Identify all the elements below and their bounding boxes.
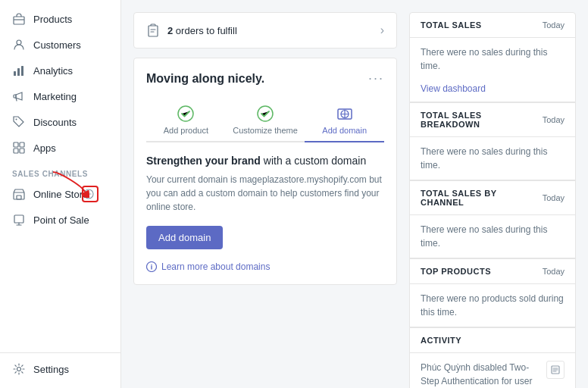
svg-rect-16 [149, 26, 158, 36]
main-content: 2 orders to fulfill › Moving along nicel… [121, 0, 588, 388]
box-icon [12, 12, 26, 26]
domain-title-normal: with a custom domain [261, 155, 366, 167]
sidebar-item-marketing[interactable]: Marketing [0, 83, 120, 109]
card-header: Moving along nicely. ··· [146, 70, 384, 86]
svg-point-15 [17, 368, 21, 371]
sidebar-item-analytics[interactable]: Analytics [0, 58, 120, 83]
domain-title-bold: Strengthen your brand [146, 155, 261, 167]
sidebar-item-products-label: Products [33, 14, 72, 25]
tag-icon [12, 115, 26, 129]
activity-title: ACTIVITY [421, 336, 461, 345]
svg-rect-6 [14, 142, 18, 147]
svg-rect-7 [20, 142, 24, 147]
sales-by-channel-title: TOTAL SALES BY CHANNEL [421, 189, 543, 207]
learn-more-label: Learn more about domains [161, 261, 270, 272]
top-products-badge: Today [543, 267, 565, 276]
sidebar-item-online-store-label: Online Store [33, 189, 88, 200]
sidebar-item-analytics-label: Analytics [33, 65, 73, 77]
sidebar-item-products[interactable]: Products [0, 6, 120, 32]
total-sales-badge: Today [543, 20, 565, 30]
sidebar-item-online-store[interactable]: Online Store [0, 181, 120, 207]
card-title: Moving along nicely. [146, 72, 264, 86]
person-icon [12, 38, 26, 52]
sidebar-item-settings[interactable]: Settings [0, 356, 120, 382]
top-products-title: TOP PRODUCTS [421, 267, 491, 276]
sidebar-item-apps-label: Apps [33, 142, 56, 154]
center-panel: 2 orders to fulfill › Moving along nicel… [133, 12, 397, 376]
step-add-domain-label: Add domain [322, 126, 367, 135]
step-add-product-label: Add product [164, 126, 208, 135]
total-sales-body: There were no sales during this time. [410, 38, 575, 80]
add-domain-button[interactable]: Add domain [146, 226, 223, 249]
steps-tabs: Add product Customize theme Add domain [146, 99, 384, 142]
step-add-product[interactable]: Add product [146, 99, 226, 142]
svg-point-5 [16, 119, 17, 120]
info-icon [146, 261, 157, 272]
svg-rect-9 [20, 149, 24, 153]
step-customize-theme-label: Customize theme [233, 126, 298, 135]
sidebar-item-discounts-label: Discounts [33, 117, 77, 128]
domain-content: Strengthen your brand with a custom doma… [146, 155, 384, 272]
gear-icon [12, 362, 26, 376]
learn-more-link[interactable]: Learn more about domains [146, 261, 384, 272]
svg-rect-2 [14, 71, 16, 76]
domain-title: Strengthen your brand with a custom doma… [146, 155, 384, 167]
grid-icon [12, 141, 26, 155]
sidebar-item-pos-label: Point of Sale [33, 214, 89, 226]
orders-count: 2 [167, 25, 173, 36]
right-panel: TOTAL SALES Today There were no sales du… [409, 12, 576, 376]
getting-started-card: Moving along nicely. ··· Add product [133, 58, 397, 285]
activity-section: ACTIVITY Phúc Quỳnh disabled Two-Step Au… [409, 327, 576, 388]
sales-channels-label: SALES CHANNELS [0, 161, 120, 181]
sidebar-item-customers-label: Customers [33, 39, 81, 51]
total-sales-title: TOTAL SALES [421, 20, 482, 30]
total-sales-section: TOTAL SALES Today There were no sales du… [409, 12, 576, 102]
sidebar-item-customers[interactable]: Customers [0, 32, 120, 58]
activity-item: Phúc Quỳnh disabled Two-Step Authenticat… [410, 353, 575, 388]
domain-description: Your current domain is mageplazastore.my… [146, 173, 384, 214]
megaphone-icon [12, 89, 26, 103]
activity-icon [546, 361, 565, 379]
sidebar-item-discounts[interactable]: Discounts [0, 109, 120, 135]
sales-breakdown-title: TOTAL SALES BREAKDOWN [421, 111, 543, 129]
sidebar: Products Customers Analytics Marketing D… [0, 0, 121, 388]
sidebar-item-settings-label: Settings [33, 364, 69, 375]
step-customize-theme[interactable]: Customize theme [226, 99, 305, 142]
step-active-icon [336, 105, 354, 123]
sales-by-channel-section: TOTAL SALES BY CHANNEL Today There were … [409, 180, 576, 258]
sales-by-channel-badge: Today [543, 193, 565, 202]
sales-by-channel-body: There were no sales during this time. [410, 215, 575, 258]
card-menu-button[interactable]: ··· [368, 70, 384, 86]
step-add-domain[interactable]: Add domain [305, 99, 384, 142]
svg-rect-11 [17, 196, 21, 199]
svg-point-22 [151, 264, 152, 265]
sidebar-item-point-of-sale[interactable]: Point of Sale [0, 207, 120, 233]
clipboard-icon [146, 23, 160, 37]
svg-rect-0 [14, 17, 24, 24]
store-icon [12, 187, 26, 201]
view-dashboard-link[interactable]: View dashboard [410, 80, 575, 102]
bar-chart-icon [12, 64, 26, 77]
sales-breakdown-body: There were no sales during this time. [410, 137, 575, 180]
orders-card-chevron: › [380, 23, 384, 37]
sales-breakdown-section: TOTAL SALES BREAKDOWN Today There were n… [409, 102, 576, 180]
sidebar-item-apps[interactable]: Apps [0, 135, 120, 161]
add-sales-channel-icon[interactable] [82, 187, 95, 201]
orders-card[interactable]: 2 orders to fulfill › [133, 12, 397, 48]
step-done-icon-1 [177, 105, 195, 123]
activity-body: Phúc Quỳnh disabled Two-Step Authenticat… [421, 361, 540, 388]
pos-icon [12, 213, 26, 227]
content-area: 2 orders to fulfill › Moving along nicel… [121, 0, 588, 388]
svg-rect-8 [14, 149, 18, 153]
svg-point-1 [17, 40, 21, 45]
top-products-section: TOP PRODUCTS Today There were no product… [409, 258, 576, 327]
sidebar-item-marketing-label: Marketing [33, 91, 77, 102]
orders-text: orders to fulfill [176, 25, 237, 36]
svg-rect-4 [21, 66, 23, 76]
svg-rect-3 [17, 68, 20, 76]
sales-breakdown-badge: Today [543, 115, 565, 124]
svg-rect-14 [14, 215, 23, 223]
top-products-body: There were no products sold during this … [410, 284, 575, 327]
step-done-icon-2 [256, 105, 274, 123]
